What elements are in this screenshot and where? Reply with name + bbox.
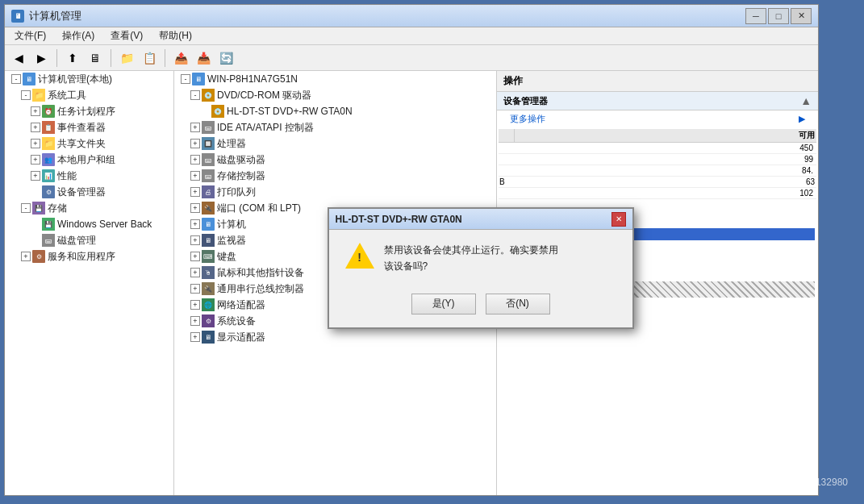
dialog-message: 禁用该设备会使其停止运行。确实要禁用 该设备吗? — [384, 243, 558, 273]
dialog-close-button[interactable]: ✕ — [611, 212, 626, 227]
dialog: HL-DT-ST DVD+-RW GTA0N ✕ ! 禁用该设备会使其停止运行。… — [328, 207, 634, 328]
dialog-buttons: 是(Y) 否(N) — [329, 287, 632, 327]
dialog-overlay: HL-DT-ST DVD+-RW GTA0N ✕ ! 禁用该设备会使其停止运行。… — [0, 0, 864, 504]
yes-button[interactable]: 是(Y) — [411, 294, 476, 314]
dialog-content: ! 禁用该设备会使其停止运行。确实要禁用 该设备吗? — [329, 230, 632, 286]
warning-icon: ! — [345, 243, 374, 272]
warning-exclamation: ! — [357, 251, 361, 264]
no-button[interactable]: 否(N) — [486, 294, 550, 314]
dialog-title: HL-DT-ST DVD+-RW GTA0N — [336, 214, 462, 225]
dialog-title-bar: HL-DT-ST DVD+-RW GTA0N ✕ — [329, 209, 632, 230]
